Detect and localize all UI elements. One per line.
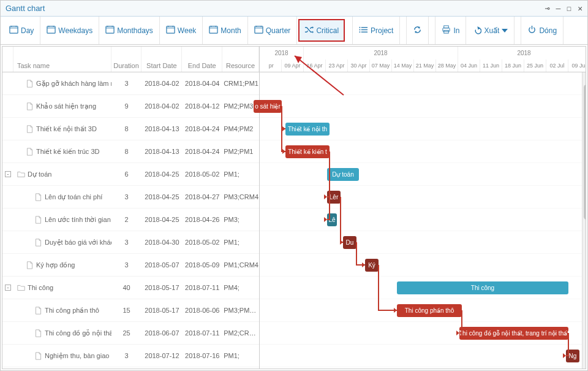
gantt-bar[interactable]: Ng <box>566 350 579 362</box>
start-date-cell: 2018-06-07 <box>142 329 183 337</box>
vertical-scrollbar[interactable] <box>582 72 586 369</box>
table-row[interactable]: Duyệt báo giá với khách hàng32018-04-302… <box>2 231 259 254</box>
window-title: Gantt chart <box>6 4 545 13</box>
toolbar: DayWeekdaysMonthdaysWeekMonthQuarterCrit… <box>1 17 587 45</box>
svg-rect-4 <box>47 26 55 33</box>
task-name-cell: Ký hợp đồng <box>13 261 111 269</box>
monthdays-button[interactable]: Monthdays <box>99 17 160 44</box>
chart-header: 201820182018 pr09 Apr16 Apr23 Apr30 Apr0… <box>260 47 586 72</box>
resource-cell: PM3;CRM4 <box>222 193 259 201</box>
col-header[interactable] <box>2 47 13 72</box>
gantt-bar[interactable]: Ký <box>365 259 379 272</box>
gantt-bar[interactable]: Thi công <box>397 281 568 294</box>
toolbar-label: Monthdays <box>117 26 153 35</box>
shuffle-icon <box>304 25 314 36</box>
start-date-cell: 2018-05-17 <box>141 284 182 291</box>
close-button[interactable]: Dóng <box>521 17 564 44</box>
week-button[interactable]: Week <box>160 17 203 44</box>
start-date-cell: 2018-04-25 <box>142 216 183 223</box>
end-date-cell: 2018-07-16 <box>182 352 222 359</box>
toolbar-label: Xuất <box>484 26 499 35</box>
expand-toggle[interactable]: - <box>2 171 13 177</box>
gantt-bar[interactable]: Thi công đồ gỗ nội thất, trang trí nội t… <box>459 327 568 340</box>
table-row[interactable]: Thiết kế nội thất 3D82018-04-132018-04-2… <box>2 118 259 140</box>
pin-icon[interactable]: ⊸ <box>545 4 550 13</box>
date-col: pr <box>260 59 282 72</box>
col-header[interactable]: Start Date <box>141 47 182 72</box>
gantt-bar[interactable]: o sát hiệr <box>254 100 282 113</box>
col-header[interactable]: Resource <box>222 47 259 72</box>
end-date-cell: 2018-05-02 <box>182 170 222 178</box>
table-row[interactable]: -Dự toán62018-04-252018-05-02PM1; <box>2 163 259 186</box>
table-row[interactable]: Gặp gỡ khách hàng làm rõ32018-04-022018-… <box>2 72 259 95</box>
col-header[interactable]: Duration <box>111 47 142 72</box>
start-date-cell: 2018-04-25 <box>141 170 182 178</box>
date-col: 16 Apr <box>304 59 326 72</box>
table-row[interactable]: Thiết kế kiến trúc 3D82018-04-132018-04-… <box>2 140 259 163</box>
duration-cell: 2 <box>111 216 142 223</box>
toolbar-label: Dóng <box>539 26 557 35</box>
project-button[interactable]: Project <box>352 17 400 44</box>
task-name-cell: Lên ước tính thời gian thi công <box>13 216 111 224</box>
scrollbar-thumb[interactable] <box>584 85 586 220</box>
toolbar-label: Quarter <box>266 26 291 35</box>
quarter-button[interactable]: Quarter <box>248 17 298 44</box>
resource-cell: PM1;CRM4 <box>222 261 259 269</box>
table-row[interactable]: Lên ước tính thời gian thi công22018-04-… <box>2 208 259 231</box>
maximize-button[interactable]: ☐ <box>567 4 571 13</box>
date-col: 21 May <box>414 59 436 72</box>
cal-icon <box>105 25 115 36</box>
year-label: 2018 <box>304 47 458 59</box>
gantt-bar[interactable]: Lêr <box>327 191 341 204</box>
start-date-cell: 2018-07-12 <box>142 352 183 359</box>
duration-cell: 3 <box>111 261 142 269</box>
svg-marker-37 <box>478 26 481 29</box>
end-date-cell: 2018-05-09 <box>182 261 222 269</box>
table-row[interactable]: Thi công đồ gỗ nội thất, trang trí252018… <box>2 322 259 345</box>
expand-toggle[interactable]: - <box>2 285 13 291</box>
table-row[interactable]: Ký hợp đồng32018-05-072018-05-09PM1;CRM4 <box>2 254 259 277</box>
month-button[interactable]: Month <box>203 17 247 44</box>
col-header[interactable]: End Date <box>182 47 222 72</box>
grid-header: Task nameDurationStart DateEnd DateResou… <box>2 47 259 72</box>
export-button[interactable]: Xuất <box>466 17 514 44</box>
minimize-button[interactable]: — <box>556 4 561 13</box>
col-header[interactable]: Task name <box>13 47 111 72</box>
list-icon <box>359 25 368 36</box>
gantt-bar[interactable]: Dự toán <box>327 168 359 181</box>
resource-cell: PM4;PM2 <box>222 125 259 132</box>
end-date-cell: 2018-04-24 <box>182 148 222 155</box>
table-row[interactable]: Nghiệm thu, bàn giao công trình32018-07-… <box>2 345 259 367</box>
table-row[interactable]: Lên dự toán chi phí32018-04-252018-04-27… <box>2 186 259 208</box>
resource-cell: PM4; <box>222 284 259 291</box>
weekdays-button[interactable]: Weekdays <box>40 17 99 44</box>
start-date-cell: 2018-04-02 <box>141 80 182 87</box>
chart-row: Thiết kế nội th <box>260 118 586 140</box>
chart-row: Lê <box>260 208 586 231</box>
chart-rows: o sát hiệrThiết kế nội thThiết kế kiến t… <box>260 72 586 369</box>
end-date-cell: 2018-04-12 <box>182 102 222 110</box>
table-row[interactable]: Thi công phần thô152018-05-172018-06-06P… <box>2 299 259 322</box>
gantt-bar[interactable]: Lê <box>327 213 337 226</box>
print-button[interactable]: In <box>435 17 466 44</box>
resource-cell: CRM1;PM1 <box>222 80 259 87</box>
day-button[interactable]: Day <box>3 17 40 44</box>
chart-row: Thi công phần thô <box>260 299 586 322</box>
svg-marker-25 <box>313 31 314 33</box>
gantt-bar[interactable]: Thiết kế kiến t <box>285 145 330 158</box>
gantt-bar[interactable]: Du <box>343 236 356 249</box>
gantt-chart: 201820182018 pr09 Apr16 Apr23 Apr30 Apr0… <box>260 47 586 369</box>
critical-button[interactable]: Critical <box>298 19 345 42</box>
table-row[interactable]: Khảo sát hiện trạng92018-04-022018-04-12… <box>2 95 259 118</box>
task-name-cell: Thi công <box>13 284 111 292</box>
grid-rows: Gặp gỡ khách hàng làm rõ32018-04-022018-… <box>2 72 259 369</box>
close-window-button[interactable]: ✕ <box>578 4 582 13</box>
start-date-cell: 2018-04-02 <box>141 102 182 110</box>
end-date-cell: 2018-07-11 <box>182 284 222 291</box>
refresh-button[interactable] <box>406 17 429 44</box>
start-date-cell: 2018-04-25 <box>142 193 183 201</box>
gantt-bar[interactable]: Thiết kế nội th <box>285 123 330 136</box>
task-name-cell: Thi công phần thô <box>13 307 111 315</box>
table-row[interactable]: -Thi công402018-05-172018-07-11PM4; <box>2 277 259 299</box>
gantt-bar[interactable]: Thi công phần thô <box>397 304 462 317</box>
